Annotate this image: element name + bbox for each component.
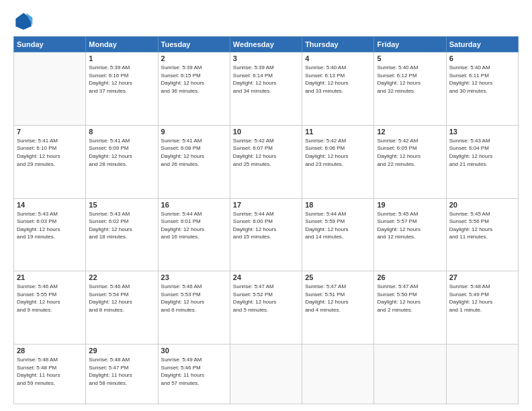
day-cell: 11Sunrise: 5:42 AM Sunset: 6:06 PM Dayli… (302, 125, 374, 198)
day-info: Sunrise: 5:48 AM Sunset: 5:48 PM Dayligh… (17, 356, 83, 387)
day-info: Sunrise: 5:42 AM Sunset: 6:05 PM Dayligh… (377, 137, 443, 168)
day-info: Sunrise: 5:40 AM Sunset: 6:12 PM Dayligh… (377, 64, 443, 95)
day-info: Sunrise: 5:47 AM Sunset: 5:51 PM Dayligh… (305, 283, 371, 314)
calendar-table: SundayMondayTuesdayWednesdayThursdayFrid… (13, 36, 519, 404)
day-cell: 6Sunrise: 5:40 AM Sunset: 6:11 PM Daylig… (446, 52, 518, 126)
day-cell: 29Sunrise: 5:48 AM Sunset: 5:47 PM Dayli… (86, 345, 158, 404)
day-info: Sunrise: 5:45 AM Sunset: 5:56 PM Dayligh… (449, 210, 515, 241)
day-number: 17 (233, 201, 299, 209)
day-number: 4 (305, 54, 371, 62)
day-info: Sunrise: 5:44 AM Sunset: 6:00 PM Dayligh… (233, 210, 299, 241)
day-number: 7 (17, 128, 83, 136)
day-cell: 28Sunrise: 5:48 AM Sunset: 5:48 PM Dayli… (14, 345, 86, 404)
day-number: 15 (89, 201, 154, 209)
day-cell: 25Sunrise: 5:47 AM Sunset: 5:51 PM Dayli… (302, 271, 374, 345)
day-number: 22 (89, 273, 154, 281)
day-cell: 8Sunrise: 5:41 AM Sunset: 6:09 PM Daylig… (86, 125, 158, 198)
day-info: Sunrise: 5:41 AM Sunset: 6:08 PM Dayligh… (161, 137, 227, 168)
day-number: 3 (233, 54, 299, 62)
day-number: 23 (161, 273, 227, 281)
logo (13, 11, 36, 31)
day-number: 12 (377, 128, 443, 136)
day-number: 24 (233, 273, 299, 281)
day-cell: 12Sunrise: 5:42 AM Sunset: 6:05 PM Dayli… (374, 125, 446, 198)
day-number: 5 (377, 54, 443, 62)
day-cell (374, 345, 446, 404)
day-info: Sunrise: 5:46 AM Sunset: 5:53 PM Dayligh… (161, 283, 227, 314)
day-cell: 1Sunrise: 5:39 AM Sunset: 6:16 PM Daylig… (86, 52, 158, 126)
day-info: Sunrise: 5:39 AM Sunset: 6:14 PM Dayligh… (233, 64, 299, 95)
weekday-wednesday: Wednesday (230, 37, 302, 52)
day-cell: 21Sunrise: 5:46 AM Sunset: 5:55 PM Dayli… (14, 271, 86, 345)
day-cell: 26Sunrise: 5:47 AM Sunset: 5:50 PM Dayli… (374, 271, 446, 345)
day-cell: 2Sunrise: 5:39 AM Sunset: 6:15 PM Daylig… (158, 52, 230, 126)
day-cell (230, 345, 302, 404)
weekday-tuesday: Tuesday (158, 37, 230, 52)
day-number: 11 (305, 128, 371, 136)
week-row-2: 7Sunrise: 5:41 AM Sunset: 6:10 PM Daylig… (14, 125, 519, 198)
day-info: Sunrise: 5:43 AM Sunset: 6:02 PM Dayligh… (89, 210, 154, 241)
day-cell: 22Sunrise: 5:46 AM Sunset: 5:54 PM Dayli… (86, 271, 158, 345)
day-info: Sunrise: 5:39 AM Sunset: 6:15 PM Dayligh… (161, 64, 227, 95)
day-info: Sunrise: 5:39 AM Sunset: 6:16 PM Dayligh… (89, 64, 154, 95)
day-cell: 5Sunrise: 5:40 AM Sunset: 6:12 PM Daylig… (374, 52, 446, 126)
day-info: Sunrise: 5:44 AM Sunset: 5:59 PM Dayligh… (305, 210, 371, 241)
day-info: Sunrise: 5:49 AM Sunset: 5:46 PM Dayligh… (161, 356, 227, 387)
day-number: 19 (377, 201, 443, 209)
day-number: 13 (449, 128, 515, 136)
day-cell: 18Sunrise: 5:44 AM Sunset: 5:59 PM Dayli… (302, 198, 374, 271)
logo-icon (13, 11, 34, 31)
day-info: Sunrise: 5:43 AM Sunset: 6:03 PM Dayligh… (17, 210, 83, 241)
day-number: 10 (233, 128, 299, 136)
weekday-thursday: Thursday (302, 37, 374, 52)
day-number: 1 (89, 54, 154, 62)
day-info: Sunrise: 5:40 AM Sunset: 6:13 PM Dayligh… (305, 64, 371, 95)
day-number: 27 (449, 273, 515, 281)
day-number: 29 (89, 347, 154, 355)
weekday-sunday: Sunday (14, 37, 86, 52)
day-info: Sunrise: 5:42 AM Sunset: 6:06 PM Dayligh… (305, 137, 371, 168)
day-number: 21 (17, 273, 83, 281)
day-cell: 4Sunrise: 5:40 AM Sunset: 6:13 PM Daylig… (302, 52, 374, 126)
day-info: Sunrise: 5:47 AM Sunset: 5:52 PM Dayligh… (233, 283, 299, 314)
day-cell (446, 345, 518, 404)
day-number: 8 (89, 128, 154, 136)
day-info: Sunrise: 5:41 AM Sunset: 6:09 PM Dayligh… (89, 137, 154, 168)
day-info: Sunrise: 5:44 AM Sunset: 6:01 PM Dayligh… (161, 210, 227, 241)
day-cell (14, 52, 86, 126)
day-cell: 7Sunrise: 5:41 AM Sunset: 6:10 PM Daylig… (14, 125, 86, 198)
day-cell: 27Sunrise: 5:48 AM Sunset: 5:49 PM Dayli… (446, 271, 518, 345)
weekday-monday: Monday (86, 37, 158, 52)
day-cell: 30Sunrise: 5:49 AM Sunset: 5:46 PM Dayli… (158, 345, 230, 404)
day-cell: 15Sunrise: 5:43 AM Sunset: 6:02 PM Dayli… (86, 198, 158, 271)
day-cell: 19Sunrise: 5:45 AM Sunset: 5:57 PM Dayli… (374, 198, 446, 271)
day-cell: 14Sunrise: 5:43 AM Sunset: 6:03 PM Dayli… (14, 198, 86, 271)
week-row-1: 1Sunrise: 5:39 AM Sunset: 6:16 PM Daylig… (14, 52, 519, 126)
day-cell: 16Sunrise: 5:44 AM Sunset: 6:01 PM Dayli… (158, 198, 230, 271)
day-number: 6 (449, 54, 515, 62)
day-info: Sunrise: 5:48 AM Sunset: 5:49 PM Dayligh… (449, 283, 515, 314)
day-number: 18 (305, 201, 371, 209)
day-cell: 9Sunrise: 5:41 AM Sunset: 6:08 PM Daylig… (158, 125, 230, 198)
week-row-4: 21Sunrise: 5:46 AM Sunset: 5:55 PM Dayli… (14, 271, 519, 345)
day-number: 14 (17, 201, 83, 209)
day-number: 28 (17, 347, 83, 355)
day-cell (302, 345, 374, 404)
weekday-header-row: SundayMondayTuesdayWednesdayThursdayFrid… (14, 37, 519, 52)
day-number: 25 (305, 273, 371, 281)
day-number: 30 (161, 347, 227, 355)
day-info: Sunrise: 5:46 AM Sunset: 5:54 PM Dayligh… (89, 283, 154, 314)
header (13, 11, 519, 31)
day-info: Sunrise: 5:46 AM Sunset: 5:55 PM Dayligh… (17, 283, 83, 314)
day-info: Sunrise: 5:41 AM Sunset: 6:10 PM Dayligh… (17, 137, 83, 168)
week-row-3: 14Sunrise: 5:43 AM Sunset: 6:03 PM Dayli… (14, 198, 519, 271)
weekday-saturday: Saturday (446, 37, 518, 52)
day-number: 9 (161, 128, 227, 136)
weekday-friday: Friday (374, 37, 446, 52)
day-info: Sunrise: 5:48 AM Sunset: 5:47 PM Dayligh… (89, 356, 154, 387)
day-info: Sunrise: 5:47 AM Sunset: 5:50 PM Dayligh… (377, 283, 443, 314)
day-number: 16 (161, 201, 227, 209)
day-cell: 23Sunrise: 5:46 AM Sunset: 5:53 PM Dayli… (158, 271, 230, 345)
day-number: 26 (377, 273, 443, 281)
day-cell: 13Sunrise: 5:43 AM Sunset: 6:04 PM Dayli… (446, 125, 518, 198)
